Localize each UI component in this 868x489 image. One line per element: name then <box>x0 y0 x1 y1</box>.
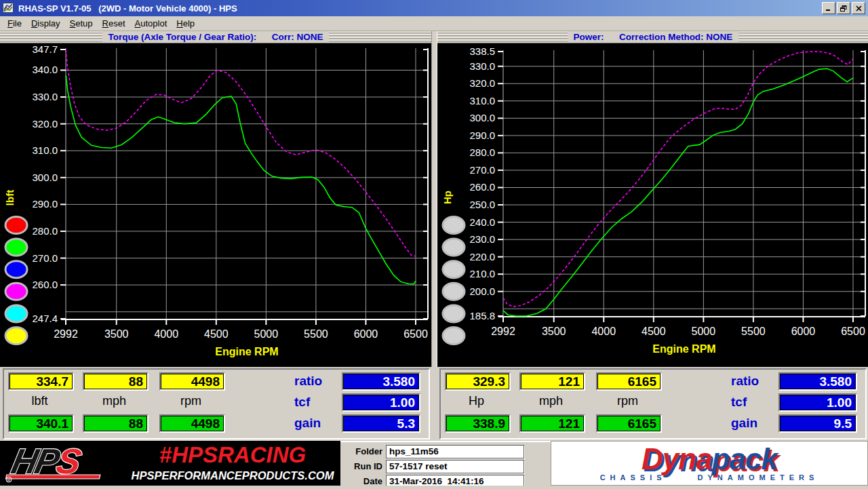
y-axis: 347.7340.0330.0320.0310.0300.0290.0280.0… <box>32 43 428 324</box>
svg-text:260.0: 260.0 <box>469 181 495 193</box>
run-selector-gray-6[interactable] <box>443 328 465 345</box>
power-unit-label-mph: mph <box>519 394 583 408</box>
torque-unit-label-mph: mph <box>83 394 146 408</box>
torque-peak-lbft-value-b: 340.1 <box>8 414 74 433</box>
power-unit-label-rpm: rpm <box>596 394 659 408</box>
x-axis-label: Engine RPM <box>652 343 715 355</box>
run-selector-green[interactable] <box>5 239 27 256</box>
torque-peak-mph-value-a: 88 <box>83 372 149 391</box>
svg-text:310.0: 310.0 <box>32 144 58 156</box>
restore-button[interactable] <box>837 2 850 14</box>
hps-branding-bar: HPS R #HPSRACING HPSPERFORMANCEPRODUCTS.… <box>0 441 340 486</box>
y-axis-label: Hp <box>441 191 453 204</box>
power-chart-title: Power: Correction Method: NONE <box>568 31 739 43</box>
power-tcf-label: tcf <box>731 395 776 410</box>
svg-text:250.0: 250.0 <box>469 199 495 210</box>
y-axis-label: lbft <box>4 190 16 206</box>
svg-text:270.0: 270.0 <box>32 252 58 264</box>
svg-text:260.0: 260.0 <box>32 279 58 290</box>
minimize-button[interactable] <box>822 2 835 14</box>
menu-item-autoplot[interactable]: Autoplot <box>130 17 172 30</box>
menu-item-file[interactable]: File <box>3 17 26 30</box>
svg-text:280.0: 280.0 <box>32 225 58 237</box>
svg-text:330.0: 330.0 <box>469 60 495 72</box>
svg-text:270.0: 270.0 <box>469 164 495 176</box>
series-magenta-dashed-run <box>66 50 416 256</box>
svg-text:290.0: 290.0 <box>469 130 495 141</box>
app-icon <box>3 3 15 14</box>
svg-text:5000: 5000 <box>692 326 716 337</box>
run-selector-gray-1[interactable] <box>443 217 465 234</box>
svg-text:3500: 3500 <box>104 328 129 340</box>
run-selector-yellow[interactable] <box>5 328 27 345</box>
menu-item-setup[interactable]: Setup <box>65 17 98 30</box>
window-title: RHAS-SP V1.7-05 (2WD - Motor Vehicle 400… <box>18 3 822 14</box>
power-gain-value: 9.5 <box>778 414 857 433</box>
run-selector-gray-3[interactable] <box>443 261 465 278</box>
gridlines <box>66 48 428 319</box>
field-label-date: Date <box>340 476 382 486</box>
series-green-solid-run <box>503 69 853 316</box>
svg-text:6500: 6500 <box>841 326 865 337</box>
menu-bar: FileDisplaySetupResetAutoplotHelp <box>0 16 868 31</box>
menu-item-reset[interactable]: Reset <box>98 17 130 30</box>
torque-gain-label: gain <box>294 416 339 431</box>
power-ratio-value: 3.580 <box>778 372 857 391</box>
run-selector-magenta[interactable] <box>5 283 27 300</box>
torque-tcf-value: 1.00 <box>342 393 420 412</box>
svg-text:210.0: 210.0 <box>469 268 495 279</box>
svg-text:300.0: 300.0 <box>32 172 58 183</box>
svg-text:320.0: 320.0 <box>32 118 58 130</box>
svg-text:220.0: 220.0 <box>469 251 495 262</box>
hps-logo: HPS R <box>3 442 127 484</box>
svg-text:2992: 2992 <box>491 326 515 337</box>
run-selector-red[interactable] <box>5 217 27 234</box>
field-label-folder: Folder <box>340 446 382 456</box>
svg-text:240.0: 240.0 <box>469 216 495 228</box>
torque-tcf-label: tcf <box>294 395 339 410</box>
field-input-folder[interactable]: hps_11m56 <box>386 445 524 458</box>
svg-text:247.4: 247.4 <box>32 313 58 324</box>
menu-item-display[interactable]: Display <box>26 17 65 30</box>
torque-chart-panel: Torque (Axle Torque / Gear Ratio): Corr:… <box>0 31 432 367</box>
run-selector-gray-5[interactable] <box>443 305 465 322</box>
run-selector-cyan[interactable] <box>5 305 27 322</box>
torque-unit-label-rpm: rpm <box>159 394 222 408</box>
run-selector-gray-2[interactable] <box>443 239 465 256</box>
torque-chart-title: Torque (Axle Torque / Gear Ratio): Corr:… <box>102 31 330 43</box>
svg-text:200.0: 200.0 <box>469 286 495 297</box>
power-chart: 338.5330.0320.0310.0300.0290.0280.0270.0… <box>437 43 868 367</box>
bottom-strip <box>0 486 868 489</box>
svg-text:300.0: 300.0 <box>469 112 495 123</box>
window-titlebar: RHAS-SP V1.7-05 (2WD - Motor Vehicle 400… <box>0 0 868 16</box>
power-ratio-label: ratio <box>731 374 776 389</box>
svg-text:R: R <box>7 478 11 482</box>
x-axis: 29923500400045005000550060006500 <box>54 320 428 340</box>
power-peak-mph-value-a: 121 <box>519 372 585 391</box>
svg-text:HPS: HPS <box>8 442 85 481</box>
svg-text:185.8: 185.8 <box>469 310 495 321</box>
torque-peak-mph-value-b: 88 <box>83 414 149 433</box>
run-selector-gray-4[interactable] <box>443 283 465 300</box>
svg-text:4000: 4000 <box>154 328 178 340</box>
svg-text:280.0: 280.0 <box>469 146 495 158</box>
power-peak-rpm-value-b: 6165 <box>596 414 662 433</box>
svg-text:4000: 4000 <box>591 326 616 337</box>
svg-text:340.0: 340.0 <box>32 64 58 75</box>
torque-gain-value: 5.3 <box>342 414 420 433</box>
svg-text:230.0: 230.0 <box>469 233 495 245</box>
menu-item-help[interactable]: Help <box>172 17 199 30</box>
torque-peak-rpm-value-b: 4498 <box>159 414 225 433</box>
power-peak-Hp-value-a: 329.3 <box>445 372 511 391</box>
power-peak-rpm-value-a: 6165 <box>596 372 662 391</box>
torque-peak-lbft-value-a: 334.7 <box>8 372 74 391</box>
run-selector-blue[interactable] <box>5 261 27 278</box>
field-input-run-id[interactable]: 57-1517 reset <box>386 460 524 473</box>
svg-text:6000: 6000 <box>354 328 378 340</box>
svg-text:338.5: 338.5 <box>469 45 495 57</box>
torque-chart-header: Torque (Axle Torque / Gear Ratio): Corr:… <box>0 31 431 43</box>
x-axis-label: Engine RPM <box>215 346 278 357</box>
svg-text:347.7: 347.7 <box>32 43 58 55</box>
close-button[interactable] <box>852 2 865 14</box>
charts-area: Torque (Axle Torque / Gear Ratio): Corr:… <box>0 31 868 368</box>
